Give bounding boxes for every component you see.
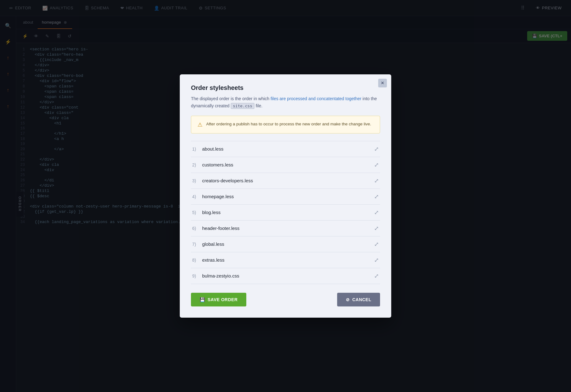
- drag-handle-icon[interactable]: ⤢: [374, 177, 379, 184]
- save-order-icon: 💾: [200, 297, 205, 302]
- modal-title: Order stylesheets: [191, 84, 380, 91]
- file-number: 1): [192, 147, 202, 152]
- drag-handle-icon[interactable]: ⤢: [374, 209, 379, 216]
- file-list-item[interactable]: 2) customers.less ⤢: [191, 157, 380, 173]
- warning-box: ⚠ After ordering a publish has to occur …: [191, 116, 380, 133]
- drag-handle-icon[interactable]: ⤢: [374, 241, 379, 248]
- drag-handle-icon[interactable]: ⤢: [374, 225, 379, 232]
- file-list-item[interactable]: 5) blog.less ⤢: [191, 205, 380, 221]
- drag-handle-icon[interactable]: ⤢: [374, 193, 379, 200]
- file-list: 1) about.less ⤢ 2) customers.less ⤢ 3) c…: [191, 141, 380, 284]
- modal-description: The displayed order is the order in whic…: [191, 95, 380, 109]
- file-list-item[interactable]: 6) header-footer.less ⤢: [191, 221, 380, 236]
- file-name: customers.less: [202, 162, 374, 167]
- file-number: 6): [192, 226, 202, 231]
- warning-text: After ordering a publish has to occur to…: [206, 121, 371, 127]
- save-order-label: SAVE ORDER: [208, 297, 238, 302]
- modal-desc-suffix: file.: [254, 103, 262, 108]
- file-list-item[interactable]: 3) creators-developers.less ⤢: [191, 173, 380, 189]
- file-name: blog.less: [202, 210, 374, 215]
- file-name: header-footer.less: [202, 226, 374, 231]
- file-number: 2): [192, 162, 202, 167]
- modal-desc-highlight: files are processed and concatentated to…: [271, 96, 361, 101]
- file-list-item[interactable]: 7) global.less ⤢: [191, 236, 380, 252]
- save-order-button[interactable]: 💾 SAVE ORDER: [191, 293, 246, 306]
- file-name: global.less: [202, 241, 374, 247]
- cancel-button[interactable]: ⊘ CANCEL: [337, 293, 380, 306]
- file-list-item[interactable]: 4) homepage.less ⤢: [191, 189, 380, 205]
- file-list-item[interactable]: 8) extras.less ⤢: [191, 252, 380, 268]
- modal-code-ref: site.css: [231, 103, 255, 109]
- file-number: 4): [192, 194, 202, 199]
- file-number: 9): [192, 273, 202, 278]
- modal-desc-prefix: The displayed order is the order in whic…: [191, 96, 271, 101]
- drag-handle-icon[interactable]: ⤢: [374, 257, 379, 264]
- file-name: about.less: [202, 146, 374, 152]
- file-name: creators-developers.less: [202, 178, 374, 183]
- file-name: extras.less: [202, 257, 374, 263]
- file-name: homepage.less: [202, 194, 374, 199]
- modal-close-button[interactable]: ×: [378, 79, 387, 87]
- modal-footer: 💾 SAVE ORDER ⊘ CANCEL: [191, 293, 380, 306]
- drag-handle-icon[interactable]: ⤢: [374, 273, 379, 279]
- warning-icon: ⚠: [197, 121, 202, 128]
- cancel-label: CANCEL: [352, 297, 371, 302]
- file-name: bulma-zestyio.css: [202, 273, 374, 278]
- file-list-item[interactable]: 9) bulma-zestyio.css ⤢: [191, 268, 380, 284]
- file-number: 7): [192, 242, 202, 247]
- file-number: 5): [192, 210, 202, 215]
- drag-handle-icon[interactable]: ⤢: [374, 146, 379, 152]
- modal-overlay: × Order stylesheets The displayed order …: [0, 0, 571, 392]
- drag-handle-icon[interactable]: ⤢: [374, 161, 379, 168]
- modal: × Order stylesheets The displayed order …: [180, 74, 391, 317]
- cancel-icon: ⊘: [346, 297, 350, 302]
- file-list-item[interactable]: 1) about.less ⤢: [191, 141, 380, 157]
- file-number: 3): [192, 178, 202, 183]
- file-number: 8): [192, 258, 202, 263]
